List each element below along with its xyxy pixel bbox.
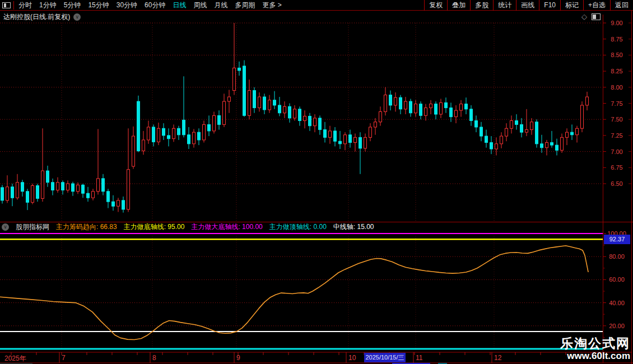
date-label-month-12: 12	[494, 354, 501, 362]
svg-text:6.50: 6.50	[611, 180, 622, 187]
tab-daily[interactable]: 日线	[173, 1, 186, 10]
indicator-value-zuoding: 主力做顶轴线: 0.00	[269, 222, 327, 232]
button-multi-stock[interactable]: 多股	[470, 0, 493, 11]
button-mark[interactable]: 标记	[560, 0, 583, 11]
svg-text:8.50: 8.50	[611, 52, 622, 58]
svg-text:40.00: 40.00	[609, 300, 625, 306]
indicator-value-zhuli-qushi: 主力筹码趋向: 66.83	[56, 222, 117, 232]
svg-text:80.00: 80.00	[609, 253, 625, 260]
pane-split-icon[interactable]	[592, 13, 601, 20]
window-split-icon[interactable]	[2, 2, 11, 8]
indicator-axis-labels: 100.0080.0060.0040.0020.00	[603, 230, 626, 337]
candlestick-chart[interactable]: 9.008.758.508.258.007.757.507.257.006.75…	[0, 11, 633, 222]
svg-text:60.00: 60.00	[609, 276, 625, 283]
button-stats[interactable]: 统计	[493, 0, 516, 11]
tab-5min[interactable]: 5分钟	[64, 1, 81, 10]
indicator-header: ∨ 股朋指标网 主力筹码趋向: 66.83 主力做底轴线: 95.00 主力做大…	[2, 223, 374, 231]
tab-1min[interactable]: 1分钟	[39, 1, 57, 10]
price-axis-labels: 9.008.758.508.258.007.757.507.257.006.75…	[603, 20, 631, 187]
svg-text:20.00: 20.00	[609, 323, 625, 329]
svg-text:7.00: 7.00	[611, 148, 622, 155]
reference-lines	[0, 234, 603, 349]
indicator-collapse-icon[interactable]: ∨	[2, 223, 9, 231]
cursor-date-box: 2025/10/15/三	[364, 353, 406, 362]
date-label-year: 2025年	[4, 354, 26, 363]
button-fuquan[interactable]: 复权	[424, 0, 447, 11]
svg-text:7.75: 7.75	[611, 100, 622, 107]
indicator-chart[interactable]: 100.0080.0060.0040.0020.00	[0, 222, 633, 364]
button-back[interactable]: 返回	[610, 0, 633, 11]
chevron-down-icon[interactable]: ∨	[73, 13, 81, 21]
tab-more[interactable]: 更多 >	[262, 1, 281, 10]
tab-60min[interactable]: 60分钟	[145, 1, 165, 10]
indicator-cursor-value-box: 92.37	[604, 235, 630, 244]
date-label-month-9: 9	[236, 354, 240, 362]
tab-multi-period[interactable]: 多周期	[235, 1, 255, 10]
toolbar-divider	[13, 1, 14, 10]
date-label-month-8: 8	[152, 354, 156, 362]
date-label-month-7: 7	[62, 354, 66, 362]
date-label-month-10: 10	[348, 354, 356, 362]
tab-fenshi[interactable]: 分时	[18, 1, 32, 10]
date-label-month-11: 11	[416, 354, 422, 362]
right-border-line	[631, 0, 632, 364]
button-overlay[interactable]: 叠加	[447, 0, 470, 11]
price-axis-line	[603, 15, 603, 363]
top-toolbar: 分时 1分钟 5分钟 15分钟 30分钟 60分钟 日线 周线 月线 多周期 更…	[0, 0, 633, 11]
button-draw-line[interactable]: 画线	[516, 0, 539, 11]
tab-monthly[interactable]: 月线	[214, 1, 227, 10]
title-corner-icons: ◇	[581, 12, 601, 21]
svg-text:8.75: 8.75	[611, 36, 622, 43]
indicator-value-zuodi: 主力做底轴线: 95.00	[124, 222, 185, 232]
svg-text:8.25: 8.25	[611, 68, 622, 74]
stock-title: 达刚控股(日线.前复权)	[3, 12, 70, 22]
button-f10[interactable]: F10	[539, 0, 560, 11]
stock-app-window: { "toolbar": { "left": ["分时","1分钟","5分钟"…	[0, 0, 633, 364]
chart-title-row: 达刚控股(日线.前复权) ∨	[3, 12, 81, 22]
tab-30min[interactable]: 30分钟	[117, 1, 137, 10]
period-tabs: 分时 1分钟 5分钟 15分钟 30分钟 60分钟 日线 周线 月线 多周期 更…	[18, 1, 282, 10]
svg-text:9.00: 9.00	[611, 20, 622, 26]
svg-text:8.00: 8.00	[611, 84, 622, 91]
indicator-value-dadi: 主力做大底轴线: 100.00	[191, 222, 262, 232]
right-toolbar: 复权 叠加 多股 统计 画线 F10 标记 +自选 返回	[424, 0, 633, 11]
candles-layer	[1, 23, 589, 213]
button-add-favorite[interactable]: +自选	[583, 0, 610, 11]
date-axis-lines	[0, 352, 633, 363]
diamond-icon[interactable]: ◇	[581, 12, 587, 21]
svg-text:7.25: 7.25	[611, 132, 622, 139]
tab-weekly[interactable]: 周线	[193, 1, 207, 10]
indicator-value-zhongxian: 中线轴: 15.00	[333, 222, 374, 232]
indicator-source-label: 股朋指标网	[16, 222, 49, 232]
tab-15min[interactable]: 15分钟	[88, 1, 109, 10]
svg-text:7.50: 7.50	[611, 116, 622, 123]
svg-text:6.75: 6.75	[611, 164, 622, 171]
